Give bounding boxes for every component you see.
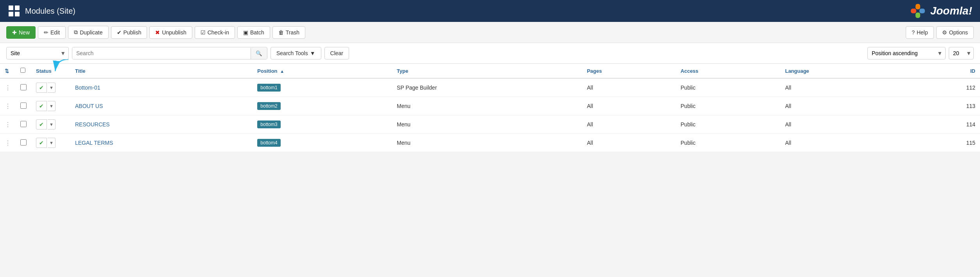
publish-button[interactable]: ✔ Publish <box>111 26 147 39</box>
table-header: ⇅ Status Title Position ▲ Type <box>0 64 980 78</box>
publish-icon: ✔ <box>117 29 122 36</box>
table-row: ⋮ ✔ ▼ RESOURCES bottom3 Menu All Public … <box>0 115 980 134</box>
id-cell: 112 <box>909 78 980 97</box>
status-dropdown-btn[interactable]: ▼ <box>48 138 56 148</box>
col-header-check <box>16 64 31 78</box>
site-filter-select[interactable]: Site Administrator <box>6 47 69 59</box>
position-badge: bottom3 <box>257 121 280 128</box>
title-cell: ABOUT US <box>70 97 253 115</box>
position-col-label: Position <box>257 68 277 74</box>
status-btn-group: ✔ ▼ <box>36 138 66 148</box>
sort-select[interactable]: Position ascending Position descending T… <box>867 47 946 59</box>
search-submit-button[interactable]: 🔍 <box>251 48 267 59</box>
trash-button[interactable]: 🗑 Trash <box>272 26 305 39</box>
drag-handle[interactable]: ⋮ <box>5 85 11 91</box>
search-icon: 🔍 <box>256 50 262 56</box>
search-tools-label: Search Tools <box>276 50 308 56</box>
row-checkbox[interactable] <box>20 121 27 127</box>
checkin-button[interactable]: ☑ Check-in <box>195 26 235 39</box>
options-button[interactable]: ⚙ Options <box>936 26 974 39</box>
modules-table: ⇅ Status Title Position ▲ Type <box>0 64 980 152</box>
language-cell: All <box>780 78 908 97</box>
duplicate-button[interactable]: ⧉ Duplicate <box>68 26 108 39</box>
module-title-link[interactable]: LEGAL TERMS <box>75 140 113 146</box>
search-input[interactable] <box>72 47 251 59</box>
check-cell <box>16 115 31 134</box>
drag-handle[interactable]: ⋮ <box>5 103 11 110</box>
position-badge: bottom4 <box>257 139 280 147</box>
pages-cell: All <box>582 134 676 152</box>
type-col-label: Type <box>397 68 408 74</box>
batch-button[interactable]: ▣ Batch <box>237 26 270 39</box>
status-check-btn[interactable]: ✔ <box>36 138 47 148</box>
status-cell: ✔ ▼ <box>31 115 70 134</box>
type-cell: Menu <box>392 134 582 152</box>
access-cell: Public <box>676 78 780 97</box>
publish-label: Publish <box>124 29 142 36</box>
drag-cell: ⋮ <box>0 97 16 115</box>
language-cell: All <box>780 134 908 152</box>
status-dropdown-btn[interactable]: ▼ <box>48 101 56 111</box>
position-sort-icon: ▲ <box>280 69 284 74</box>
language-col-label: Language <box>785 68 809 74</box>
search-tools-button[interactable]: Search Tools ▼ <box>271 47 321 59</box>
batch-label: Batch <box>250 29 264 36</box>
drag-handle[interactable]: ⋮ <box>5 140 11 146</box>
title-col-label: Title <box>75 68 86 74</box>
status-check-btn[interactable]: ✔ <box>36 83 47 93</box>
title-cell: LEGAL TERMS <box>70 134 253 152</box>
options-label: Options <box>949 29 968 36</box>
sort-rows-icon: ⇅ <box>5 68 9 74</box>
select-all-checkbox[interactable] <box>20 68 25 73</box>
perpage-select[interactable]: 5 10 15 20 25 50 100 <box>949 47 974 59</box>
header-left: Modules (Site) <box>8 5 75 17</box>
checkin-icon: ☑ <box>201 29 206 36</box>
status-cell: ✔ ▼ <box>31 134 70 152</box>
modules-icon <box>8 5 20 17</box>
module-title-link[interactable]: RESOURCES <box>75 121 110 128</box>
filter-bar: Site Administrator ▼ 🔍 Search Tools ▼ Cl… <box>0 43 980 64</box>
status-dropdown-btn[interactable]: ▼ <box>48 83 56 93</box>
duplicate-label: Duplicate <box>80 29 102 36</box>
row-checkbox[interactable] <box>20 139 27 146</box>
col-header-pages: Pages <box>582 64 676 78</box>
position-cell: bottom3 <box>253 115 392 134</box>
svg-rect-4 <box>916 4 920 9</box>
status-check-btn[interactable]: ✔ <box>36 119 47 130</box>
row-checkbox[interactable] <box>20 103 27 109</box>
id-col-label: ID <box>970 68 975 74</box>
pages-cell: All <box>582 115 676 134</box>
unpublish-button[interactable]: ✖ Unpublish <box>149 26 192 39</box>
edit-icon: ✏ <box>44 29 48 36</box>
title-cell: RESOURCES <box>70 115 253 134</box>
status-col-label: Status <box>36 68 52 74</box>
svg-rect-7 <box>919 9 925 13</box>
edit-label: Edit <box>50 29 60 36</box>
perpage-select-wrap: 5 10 15 20 25 50 100 ▼ <box>949 47 974 59</box>
status-cell: ✔ ▼ <box>31 97 70 115</box>
row-checkbox[interactable] <box>20 84 27 90</box>
status-dropdown-btn[interactable]: ▼ <box>48 119 56 130</box>
svg-rect-3 <box>15 12 20 16</box>
clear-button[interactable]: Clear <box>324 47 349 59</box>
check-cell <box>16 134 31 152</box>
module-title-link[interactable]: Bottom-01 <box>75 85 100 91</box>
col-header-type: Type <box>392 64 582 78</box>
position-cell: bottom1 <box>253 78 392 97</box>
status-btn-group: ✔ ▼ <box>36 83 66 93</box>
access-cell: Public <box>676 97 780 115</box>
pages-col-label: Pages <box>587 68 602 74</box>
duplicate-icon: ⧉ <box>74 29 78 36</box>
col-header-position[interactable]: Position ▲ <box>253 64 392 78</box>
col-header-id: ID <box>909 64 980 78</box>
header: Modules (Site) Joomla! <box>0 0 980 22</box>
drag-cell: ⋮ <box>0 115 16 134</box>
type-cell: Menu <box>392 115 582 134</box>
drag-handle[interactable]: ⋮ <box>5 121 11 128</box>
edit-button[interactable]: ✏ Edit <box>38 26 66 39</box>
status-check-btn[interactable]: ✔ <box>36 101 47 111</box>
module-title-link[interactable]: ABOUT US <box>75 103 103 109</box>
new-button[interactable]: ✚ New <box>6 26 36 39</box>
toolbar-left: ✚ New ✏ Edit ⧉ Duplicate ✔ Publish ✖ Unp… <box>6 26 305 39</box>
help-button[interactable]: ? Help <box>906 26 934 39</box>
